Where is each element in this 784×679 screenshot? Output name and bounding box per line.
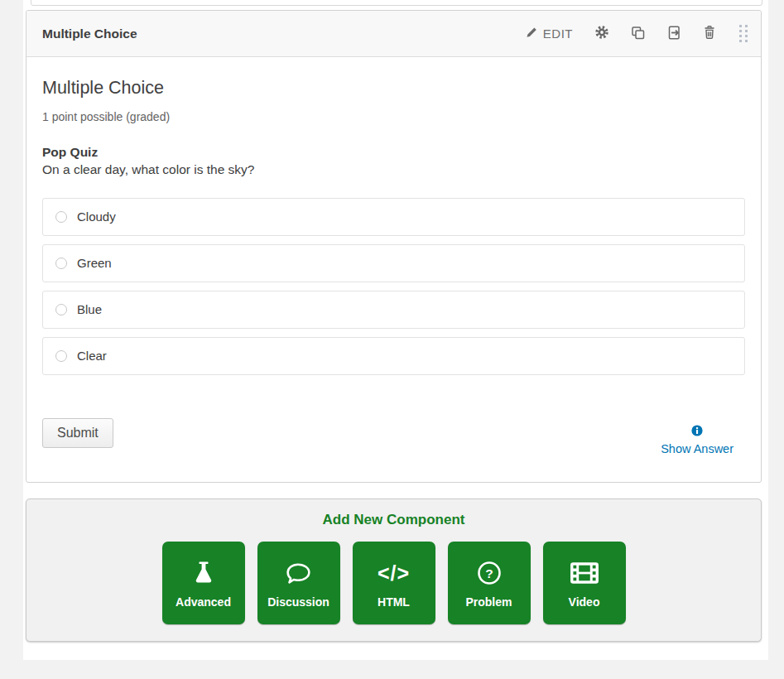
choice-option-cloudy[interactable]: Cloudy <box>42 198 745 236</box>
choice-label: Blue <box>77 302 102 316</box>
component-toolbar: EDIT <box>526 23 749 44</box>
component-card-header: Multiple Choice EDIT <box>26 11 761 57</box>
question-title: Pop Quiz <box>42 145 745 160</box>
svg-text:?: ? <box>485 566 493 580</box>
component-button-label: Discussion <box>267 595 329 609</box>
pencil-icon <box>526 26 537 41</box>
choice-list: Cloudy Green Blue Clear <box>42 198 745 375</box>
submit-button[interactable]: Submit <box>42 418 113 448</box>
radio-button[interactable] <box>55 304 67 315</box>
unit-content-column: Multiple Choice EDIT <box>23 0 768 660</box>
duplicate-button[interactable] <box>631 26 645 42</box>
edit-button-label: EDIT <box>543 26 573 41</box>
info-icon <box>691 425 703 439</box>
duplicate-icon <box>631 26 645 42</box>
add-problem-button[interactable]: ? Problem <box>448 542 531 624</box>
delete-button[interactable] <box>703 25 716 42</box>
previous-component-edge <box>31 0 762 6</box>
question-circle-icon: ? <box>475 554 503 592</box>
problem-preview: Multiple Choice 1 point possible (graded… <box>26 57 761 455</box>
radio-button[interactable] <box>55 350 67 362</box>
radio-button[interactable] <box>55 211 67 223</box>
edit-button[interactable]: EDIT <box>526 26 573 41</box>
trash-icon <box>703 25 716 42</box>
problem-actions-row: Submit Show Answer <box>42 418 745 455</box>
move-button[interactable] <box>666 26 681 42</box>
question-text: On a clear day, what color is the sky? <box>42 162 745 177</box>
component-title: Multiple Choice <box>42 26 137 41</box>
problem-heading: Multiple Choice <box>42 78 745 99</box>
gear-icon <box>594 25 609 42</box>
add-new-component-panel: Add New Component Advanced Discussion <box>26 498 762 642</box>
add-discussion-button[interactable]: Discussion <box>257 542 340 624</box>
show-answer-link[interactable]: Show Answer <box>661 442 733 455</box>
add-video-button[interactable]: Video <box>543 542 626 624</box>
component-button-label: Video <box>569 595 600 609</box>
component-type-buttons: Advanced Discussion </> HTML ? <box>26 542 761 624</box>
flask-icon <box>190 554 217 592</box>
choice-label: Cloudy <box>77 209 116 224</box>
component-button-label: Advanced <box>176 595 231 609</box>
add-advanced-button[interactable]: Advanced <box>162 542 245 624</box>
choice-label: Green <box>77 256 112 270</box>
add-html-button[interactable]: </> HTML <box>353 542 435 624</box>
component-button-label: Problem <box>465 595 512 609</box>
film-icon <box>570 554 599 592</box>
choice-option-clear[interactable]: Clear <box>42 337 745 375</box>
add-component-title: Add New Component <box>26 512 761 528</box>
component-button-label: HTML <box>378 595 410 609</box>
component-card-multiple-choice: Multiple Choice EDIT <box>26 10 762 483</box>
radio-button[interactable] <box>55 258 67 269</box>
choice-label: Clear <box>77 349 107 363</box>
choice-option-green[interactable]: Green <box>42 244 745 282</box>
points-text: 1 point possible (graded) <box>42 110 745 123</box>
move-icon <box>666 26 681 42</box>
show-answer-block: Show Answer <box>661 425 733 455</box>
settings-button[interactable] <box>594 25 609 42</box>
speech-bubble-icon <box>284 554 313 592</box>
drag-handle[interactable] <box>738 23 749 44</box>
choice-option-blue[interactable]: Blue <box>42 291 745 329</box>
code-icon: </> <box>378 554 410 592</box>
